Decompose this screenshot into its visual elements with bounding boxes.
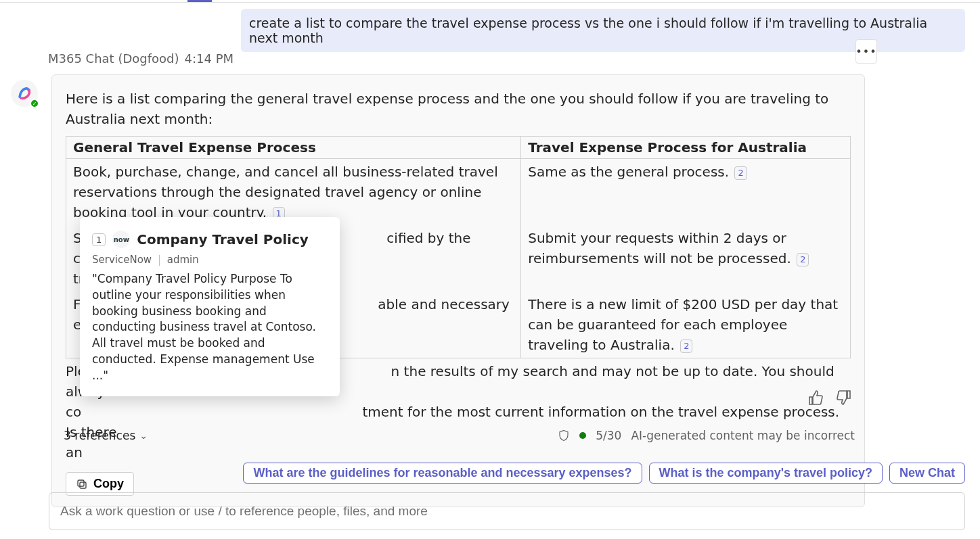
citation-title[interactable]: Company Travel Policy: [137, 231, 309, 248]
usage-counter: 5/30: [596, 429, 621, 442]
servicenow-logo-icon: now: [112, 231, 130, 248]
table-header-right: Travel Expense Process for Australia: [521, 137, 851, 159]
thumbs-down-icon[interactable]: [835, 390, 851, 406]
cell-text: Book, purchase, change, and cancel all b…: [73, 164, 498, 220]
citation-meta: ServiceNow | admin: [92, 254, 328, 266]
copilot-logo-icon: ✓: [11, 80, 38, 107]
ai-notice: AI-generated content may be incorrect: [631, 429, 855, 442]
assistant-avatar: ✓: [11, 80, 39, 108]
citation-chip[interactable]: 2: [797, 253, 809, 266]
citation-chip[interactable]: 2: [680, 339, 692, 353]
table-header-left: General Travel Expense Process: [66, 137, 521, 159]
shield-icon[interactable]: [558, 429, 570, 442]
chevron-down-icon: ⌄: [139, 430, 148, 441]
citation-chip[interactable]: 2: [734, 166, 747, 180]
feedback-buttons: [808, 390, 851, 406]
suggestion-chip[interactable]: What are the guidelines for reasonable a…: [243, 463, 642, 484]
more-actions-button[interactable]: •••: [855, 39, 877, 64]
cell-text-partial: able and necessary: [378, 296, 510, 312]
cell-text: Same as the general process.: [528, 164, 729, 180]
suggestion-chip[interactable]: What is the company's travel policy?: [649, 463, 883, 484]
assistant-time: 4:14 PM: [185, 51, 234, 66]
suggestion-row: What are the guidelines for reasonable a…: [51, 463, 965, 484]
citation-number: 1: [92, 233, 106, 246]
assistant-name: M365 Chat (Dogfood): [48, 51, 179, 66]
more-dots-icon: •••: [855, 45, 876, 58]
citation-author: admin: [167, 254, 199, 266]
top-divider: [0, 2, 980, 3]
citation-source: ServiceNow: [92, 254, 152, 266]
references-label: 3 references: [64, 429, 135, 442]
response-intro: Here is a list comparing the general tra…: [66, 89, 851, 129]
status-dot-icon: [579, 432, 586, 439]
table-row: Book, purchase, change, and cancel all b…: [66, 159, 851, 226]
presence-badge: ✓: [30, 99, 39, 108]
user-message-text: create a list to compare the travel expe…: [249, 16, 927, 45]
compose-input[interactable]: [60, 504, 954, 519]
compose-box[interactable]: [49, 492, 965, 530]
response-footer: 3 references ⌄ 5/30 AI-generated content…: [64, 429, 855, 442]
cell-text: Submit your requests within 2 days or re…: [528, 230, 791, 266]
citation-tooltip-card: 1 now Company Travel Policy ServiceNow |…: [80, 217, 340, 396]
references-toggle[interactable]: 3 references ⌄: [64, 429, 148, 442]
citation-snippet: "Company Travel Policy Purpose To outlin…: [92, 271, 328, 384]
new-chat-button[interactable]: New Chat: [889, 463, 965, 484]
assistant-header: M365 Chat (Dogfood) 4:14 PM: [48, 51, 233, 66]
thumbs-up-icon[interactable]: [808, 390, 824, 406]
